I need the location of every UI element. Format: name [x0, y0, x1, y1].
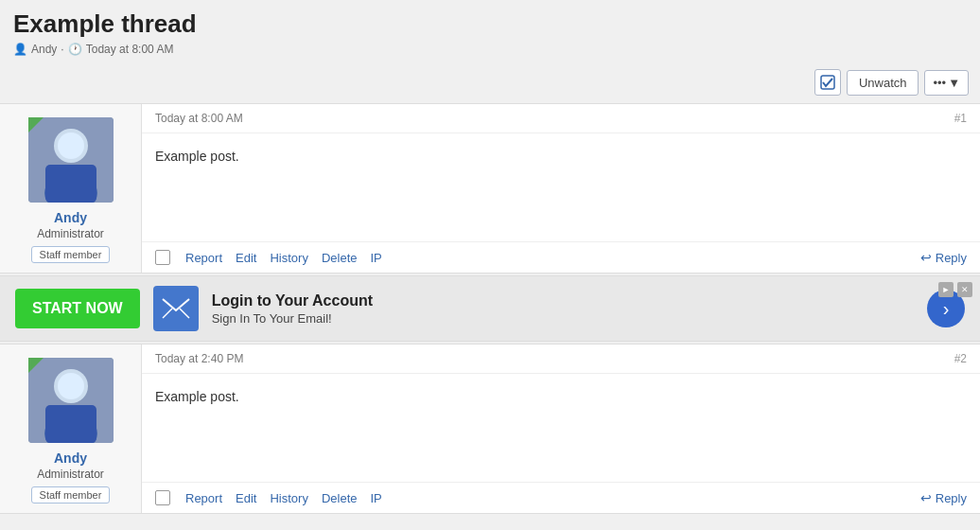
post-1-content: Today at 8:00 AM #1 Example post. Report… [142, 104, 980, 273]
post-1-reply-label: Reply [936, 251, 967, 265]
post-2-actions: Report Edit History Delete IP ↩ Reply [142, 482, 980, 513]
post-2-badge: Staff member [31, 486, 111, 504]
meta-time: Today at 8:00 AM [86, 43, 174, 56]
post-2-number: #2 [954, 352, 967, 365]
post-2-reply-label: Reply [936, 491, 967, 505]
post-1-actions: Report Edit History Delete IP ↩ Reply [142, 241, 980, 273]
ad-title: Login to Your Account [212, 292, 914, 309]
post-1-body: Example post. [142, 133, 980, 241]
chevron-down-icon: ▼ [948, 76, 960, 90]
post-2-role: Administrator [37, 468, 104, 481]
post-2-content: Today at 2:40 PM #2 Example post. Report… [142, 344, 980, 513]
post-1-ip[interactable]: IP [364, 251, 387, 265]
post-2-username[interactable]: Andy [54, 450, 87, 466]
post-1-meta-row: Today at 8:00 AM #1 [142, 104, 980, 133]
ad-start-button[interactable]: START NOW [15, 289, 140, 328]
post-2-delete[interactable]: Delete [316, 491, 363, 505]
reply-arrow-icon-1: ↩ [920, 250, 932, 265]
post-1-history[interactable]: History [264, 251, 313, 265]
svg-point-4 [58, 132, 84, 159]
post-2-report[interactable]: Report [180, 491, 228, 505]
ad-email-icon [153, 286, 199, 331]
reply-arrow-icon-2: ↩ [920, 490, 932, 505]
post-2: Andy Administrator Staff member Today at… [0, 344, 980, 514]
thread-meta: 👤 Andy · 🕐 Today at 8:00 AM [13, 43, 967, 56]
unwatch-button[interactable]: Unwatch [847, 70, 919, 96]
post-1-delete[interactable]: Delete [316, 251, 363, 265]
post-1: Andy Administrator Staff member Today at… [0, 103, 980, 274]
watch-checkbox[interactable] [814, 69, 841, 96]
post-2-ip[interactable]: IP [364, 491, 387, 505]
post-1-reply-button[interactable]: ↩ Reply [920, 250, 967, 265]
thread-title: Example thread [13, 9, 967, 39]
svg-rect-5 [45, 165, 96, 203]
more-button[interactable]: ••• ▼ [924, 70, 969, 96]
post-1-username[interactable]: Andy [54, 210, 87, 225]
post-2-reply-button[interactable]: ↩ Reply [920, 490, 967, 505]
ad-close-area: ► ✕ [938, 282, 972, 297]
ad-banner: ► ✕ START NOW Login to Your Account Sign… [0, 275, 980, 342]
online-indicator-1 [28, 117, 44, 132]
ad-close-icon[interactable]: ✕ [957, 282, 972, 297]
post-1-checkbox[interactable] [155, 250, 170, 265]
thread-toolbar: Unwatch ••• ▼ [0, 62, 980, 103]
svg-point-12 [58, 373, 84, 399]
post-1-number: #1 [954, 112, 967, 125]
svg-rect-13 [45, 405, 96, 443]
post-2-sidebar: Andy Administrator Staff member [0, 344, 142, 513]
more-dots: ••• [933, 76, 946, 90]
post-2-body: Example post. [142, 374, 980, 482]
post-2-checkbox[interactable] [155, 490, 170, 505]
post-2-history[interactable]: History [264, 491, 313, 505]
post-1-sidebar: Andy Administrator Staff member [0, 104, 142, 273]
post-2-edit[interactable]: Edit [230, 491, 262, 505]
avatar-wrap-1 [28, 117, 114, 203]
ad-info-icon[interactable]: ► [938, 282, 954, 297]
ad-subtitle: Sign In To Your Email! [212, 311, 914, 326]
thread-header: Example thread 👤 Andy · 🕐 Today at 8:00 … [0, 0, 980, 62]
post-1-badge: Staff member [31, 246, 111, 263]
avatar-wrap-2 [28, 358, 114, 443]
meta-username: Andy [31, 43, 57, 56]
post-2-timestamp: Today at 2:40 PM [155, 352, 243, 365]
post-1-report[interactable]: Report [180, 251, 228, 265]
clock-icon: 🕐 [68, 43, 82, 56]
online-indicator-2 [28, 358, 44, 373]
post-1-role: Administrator [37, 227, 104, 240]
post-2-meta-row: Today at 2:40 PM #2 [142, 344, 980, 374]
post-1-edit[interactable]: Edit [230, 251, 262, 265]
user-icon: 👤 [13, 43, 27, 56]
post-1-timestamp: Today at 8:00 AM [155, 112, 243, 125]
ad-text: Login to Your Account Sign In To Your Em… [212, 292, 914, 326]
